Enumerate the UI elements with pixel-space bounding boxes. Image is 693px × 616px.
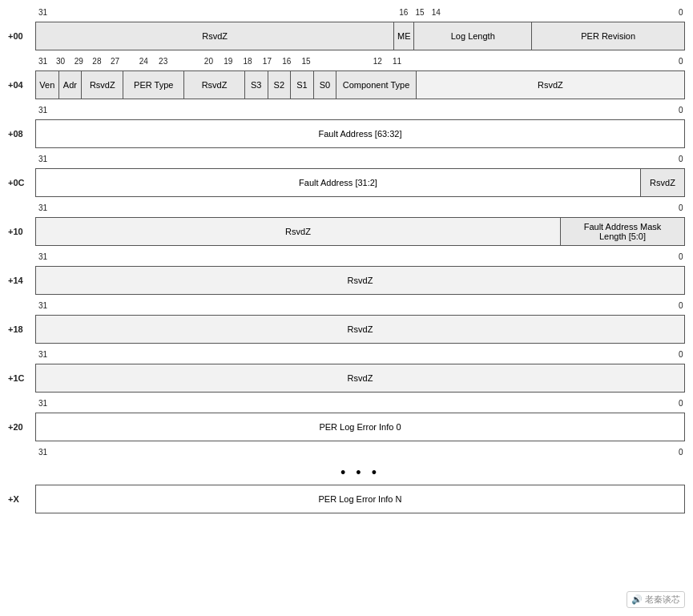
register-row-row-18: 310+18RsvdZ [8,301,685,344]
bit-label: 20 [204,57,213,66]
bit-label: 31 [38,155,47,163]
offset-label-row-08: +08 [8,119,35,148]
bit-labels-row-00: 311615140 [35,8,685,21]
bit-labels-row-08: 310 [35,106,685,119]
row-container-row-20: +20PER Log Error Info 0 [8,413,685,441]
row-container-row-1c: +1CRsvdZ [8,364,685,393]
field-row-18-0: RsvdZ [36,316,684,343]
bit-label: 31 [38,106,47,115]
bit-label: 14 [432,8,441,17]
field-row-00-1: ME [394,22,414,50]
offset-label-row-00: +00 [8,22,35,50]
field-row-04-6: S2 [268,71,292,99]
bit-label: 0 [679,106,683,115]
register-row-row-10: 310+10RsvdZFault Address Mask Length [5:… [8,203,685,246]
ellipsis-dots: • • • [35,461,685,485]
register-row-row-04: 3130292827242320191817161512110+04VenAdr… [8,57,685,99]
field-row-04-2: RsvdZ [82,71,123,99]
bit-label: 28 [92,57,101,66]
register-row-row-08: 310+08Fault Address [63:32] [8,106,685,148]
row-container-row-18: +18RsvdZ [8,315,685,344]
bit-labels-row-x: 310 [35,448,685,461]
field-row-0c-0: Fault Address [31:2] [36,169,641,196]
fields-row-row-14: RsvdZ [35,266,685,295]
row-container-row-00: +00RsvdZMELog LengthPER Revision [8,22,685,50]
offset-label-row-14: +14 [8,266,35,295]
field-row-04-8: S0 [314,71,337,99]
bit-label: 15 [415,8,424,17]
bit-label: 0 [679,155,683,163]
field-row-10-0: RsvdZ [36,218,561,245]
field-row-04-9: Component Type [336,71,416,99]
field-row-04-10: RsvdZ [417,71,684,99]
field-row-00-0: RsvdZ [36,22,394,50]
bit-label: 19 [224,57,232,66]
offset-label-row-04: +04 [8,70,35,99]
bit-label: 12 [373,57,382,66]
bit-label: 0 [679,8,683,17]
offset-label-row-18: +18 [8,315,35,344]
bit-label: 0 [679,350,683,359]
bit-label: 0 [679,399,683,408]
register-row-row-14: 310+14RsvdZ [8,252,685,295]
fields-row-row-10: RsvdZFault Address Mask Length [5:0] [35,217,685,246]
field-row-20-0: PER Log Error Info 0 [36,413,684,441]
bit-label: 0 [679,252,683,261]
bit-label: 16 [282,57,291,66]
bit-label: 11 [393,57,401,66]
bit-label: 31 [38,57,47,66]
bit-labels-row-20: 310 [35,399,685,412]
bit-label: 31 [38,350,47,359]
fields-row-row-1c: RsvdZ [35,364,685,393]
bit-label: 29 [75,57,83,66]
bit-labels-row-1c: 310 [35,350,685,363]
field-row-00-3: PER Revision [532,22,684,50]
fields-row-row-20: PER Log Error Info 0 [35,413,685,441]
bit-label: 17 [263,57,272,66]
row-container-row-04: +04VenAdrRsvdZPER TypeRsvdZS3S2S1S0Compo… [8,70,685,99]
offset-label-row-x: +X [8,485,35,513]
bit-label: 31 [38,301,47,310]
fields-row-row-18: RsvdZ [35,315,685,344]
field-row-04-7: S1 [291,71,314,99]
offset-label-row-20: +20 [8,413,35,441]
register-diagram: 311615140+00RsvdZMELog LengthPER Revisio… [8,8,685,513]
bit-labels-row-0c: 310 [35,155,685,167]
offset-label-row-0c: +0C [8,168,35,197]
offset-label-row-10: +10 [8,217,35,246]
register-row-row-x: 310• • •+XPER Log Error Info N [8,448,685,513]
bit-labels-row-18: 310 [35,301,685,314]
bit-label: 27 [111,57,119,66]
bit-label: 0 [679,448,683,457]
bit-label: 30 [56,57,65,66]
field-row-04-1: Adr [59,71,83,99]
bit-label: 18 [244,57,252,66]
bit-label: 0 [679,203,683,212]
bit-label: 24 [139,57,148,66]
bit-labels-row-10: 310 [35,203,685,216]
fields-row-row-x: PER Log Error Info N [35,485,685,513]
bit-label: 31 [38,8,47,17]
register-row-row-00: 311615140+00RsvdZMELog LengthPER Revisio… [8,8,685,50]
field-row-08-0: Fault Address [63:32] [36,120,684,147]
row-container-row-14: +14RsvdZ [8,266,685,295]
bit-label: 0 [679,301,683,310]
offset-label-row-1c: +1C [8,364,35,393]
field-row-04-4: RsvdZ [184,71,245,99]
bit-label: 31 [38,399,47,408]
bit-label: 31 [38,203,47,212]
bit-label: 31 [38,252,47,261]
field-row-04-5: S3 [245,71,268,99]
field-row-04-0: Ven [36,71,59,99]
fields-row-row-08: Fault Address [63:32] [35,119,685,148]
bit-label: 15 [302,57,311,66]
bit-label: 0 [679,57,683,66]
field-row-14-0: RsvdZ [36,267,684,294]
fields-row-row-0c: Fault Address [31:2]RsvdZ [35,168,685,197]
register-row-row-0c: 310+0CFault Address [31:2]RsvdZ [8,155,685,197]
register-row-row-1c: 310+1CRsvdZ [8,350,685,393]
register-row-row-20: 310+20PER Log Error Info 0 [8,399,685,441]
field-row-04-3: PER Type [123,71,184,99]
bit-label: 31 [38,448,47,457]
field-row-1c-0: RsvdZ [36,364,684,392]
